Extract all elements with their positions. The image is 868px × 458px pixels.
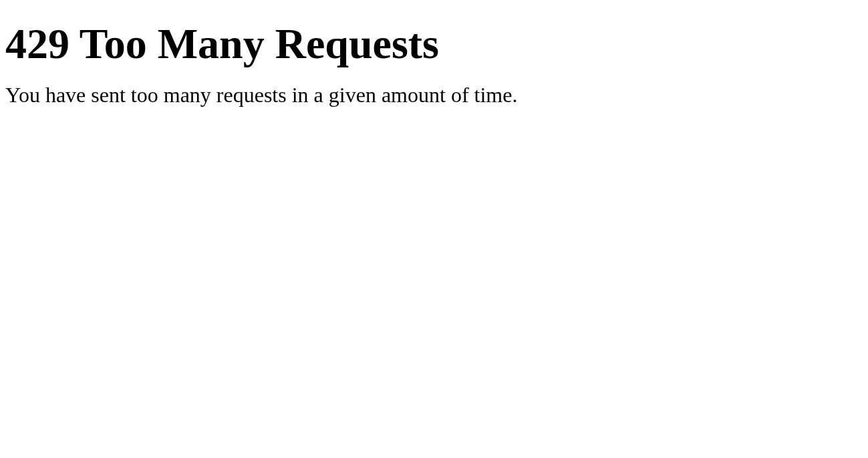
error-title: 429 Too Many Requests <box>5 19 863 69</box>
error-message: You have sent too many requests in a giv… <box>5 83 863 107</box>
